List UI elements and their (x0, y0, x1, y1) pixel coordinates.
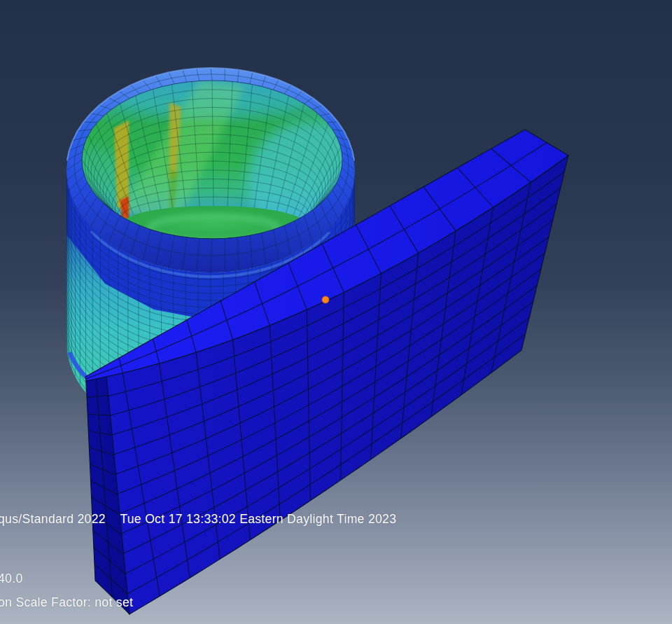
annotation-deformation-line: on Scale Factor: not set (0, 595, 133, 609)
annotation-solver-line: qus/Standard 2022 Tue Oct 17 13:33:02 Ea… (0, 512, 396, 526)
node-marker-dot[interactable] (322, 296, 329, 303)
abaqus-viewport[interactable]: qus/Standard 2022 Tue Oct 17 13:33:02 Ea… (0, 0, 672, 624)
annotation-step-time-line: 40.0 (0, 571, 22, 585)
viewport-3d-scene[interactable] (0, 0, 672, 624)
